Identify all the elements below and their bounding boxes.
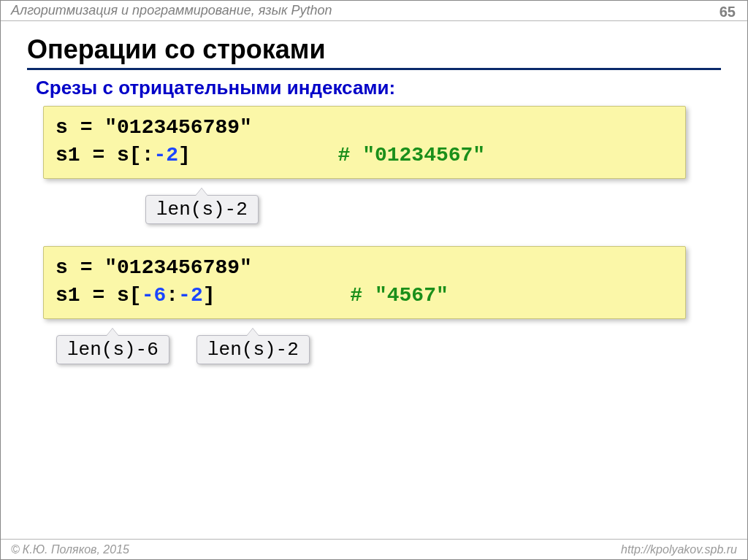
code-block-1: s = "0123456789" s1 = s[:-2] # "01234567… (43, 106, 686, 179)
page-heading: Операции со строками (27, 34, 721, 70)
code1-l2-neg: -2 (153, 144, 178, 166)
code1-l2-comment: # "01234567" (338, 144, 486, 166)
code2-eq: = (80, 256, 93, 279)
footer: © К.Ю. Поляков, 2015 http://kpolyakov.sp… (1, 539, 747, 559)
code1-l2-eq: = (92, 144, 104, 166)
footer-author: К.Ю. Поляков, 2015 (23, 543, 129, 556)
subheading: Срезы с отрицательными индексами: (36, 77, 395, 99)
code2-l2-mid: : (166, 284, 178, 307)
footer-url: http://kpolyakov.spb.ru (621, 543, 737, 556)
code2-l2-pre: s[ (117, 284, 142, 307)
code2-lhs: s (56, 256, 68, 279)
code2-l2-post: ] (203, 284, 215, 307)
code2-l2-neg1: -6 (142, 284, 167, 307)
code1-l2-post: ] (178, 144, 191, 166)
copyright-icon: © (11, 543, 20, 556)
slide: Алгоритмизация и программирование, язык … (0, 0, 748, 560)
callout-len-minus-2: len(s)-2 (145, 195, 259, 224)
code1-l2-lhs: s1 (56, 144, 80, 166)
code2-l2-lhs: s1 (56, 284, 80, 307)
callout-len-minus-2b: len(s)-2 (196, 335, 310, 364)
code2-l2-comment: # "4567" (350, 284, 448, 307)
topbar: Алгоритмизация и программирование, язык … (1, 1, 747, 21)
code-block-2: s = "0123456789" s1 = s[-6:-2] # "4567" (43, 246, 686, 319)
code1-eq: = (80, 116, 93, 139)
code1-l2-pre: s[: (117, 144, 153, 166)
code2-l2-neg2: -2 (178, 284, 203, 307)
page-number: 65 (720, 4, 736, 20)
code2-l2-eq: = (92, 284, 104, 307)
code1-rhs: "0123456789" (104, 116, 252, 139)
callout-len-minus-6: len(s)-6 (56, 335, 169, 364)
topbar-title: Алгоритмизация и программирование, язык … (11, 3, 332, 18)
code1-lhs: s (56, 116, 68, 139)
code2-rhs: "0123456789" (104, 256, 252, 279)
footer-copyright: © К.Ю. Поляков, 2015 (11, 543, 129, 556)
